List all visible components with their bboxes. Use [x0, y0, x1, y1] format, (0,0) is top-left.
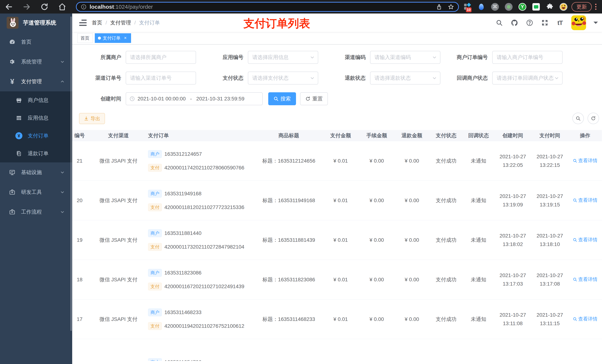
export-button[interactable]: 导出: [79, 113, 105, 124]
view-detail-link[interactable]: 查看详情: [573, 237, 598, 243]
app-logo[interactable]: 芋道管理系统: [0, 13, 72, 32]
sidebar-item-app-info[interactable]: 应用信息: [0, 109, 72, 127]
channel-order-no-input[interactable]: [130, 75, 192, 81]
pay-status: 支付成功: [430, 316, 463, 323]
grid-icon: [15, 114, 22, 122]
pay-order-no: 4200001167202110271022491439: [164, 283, 244, 290]
view-detail-link[interactable]: 查看详情: [573, 276, 598, 283]
browser-forward-icon[interactable]: [22, 3, 31, 11]
tag-home[interactable]: 首页: [77, 33, 93, 43]
notify-status-select[interactable]: 请选择订单回调商户状态: [492, 72, 563, 84]
search-icon: [573, 277, 577, 282]
view-detail-link[interactable]: 查看详情: [573, 316, 598, 322]
browser-reload-icon[interactable]: [40, 3, 49, 11]
extension-grey-circle-icon[interactable]: [505, 3, 513, 11]
sidebar-collapse-icon[interactable]: [79, 20, 87, 26]
monitor-chart-icon: [9, 169, 16, 176]
view-detail-link[interactable]: 查看详情: [573, 157, 598, 164]
profile-emoji-icon[interactable]: [559, 3, 568, 11]
reset-button[interactable]: 重置: [300, 92, 328, 105]
view-detail-link[interactable]: 查看详情: [573, 197, 598, 203]
notify-status: 未通知: [463, 197, 494, 204]
gear-icon: [9, 58, 16, 65]
pay-tag: 支付: [148, 243, 162, 251]
sidebar-item-infrastructure[interactable]: 基础设施: [0, 162, 72, 182]
search-button[interactable]: 搜索: [268, 92, 296, 105]
user-avatar[interactable]: [571, 15, 586, 30]
date-end: 2021-10-31 23:59:59: [196, 96, 244, 102]
pay-status: 支付成功: [430, 157, 463, 165]
tag-pay-order[interactable]: 支付订单 ×: [95, 33, 131, 43]
sidebar: 芋道管理系统 首页 系统管理 ¥ 支付管理: [0, 13, 72, 364]
extensions-puzzle-icon[interactable]: [546, 3, 554, 11]
breadcrumb-payment[interactable]: 支付管理: [110, 19, 131, 26]
merchant-tag: 商户: [148, 229, 162, 237]
sidebar-item-system[interactable]: 系统管理: [0, 52, 72, 72]
sidebar-item-refund-order[interactable]: 退款订单: [0, 145, 72, 162]
browser-back-icon[interactable]: [5, 3, 13, 11]
app-title: 芋道管理系统: [23, 19, 56, 27]
sidebar-item-payment[interactable]: ¥ 支付管理: [0, 72, 72, 91]
pay-status: 支付成功: [430, 276, 463, 283]
field-channel-code: 渠道编码 请输入渠道编码: [326, 51, 448, 64]
sidebar-item-pay-order[interactable]: ¥ 支付订单: [0, 127, 72, 145]
share-icon[interactable]: [436, 4, 442, 10]
toggle-search-button[interactable]: [572, 113, 584, 124]
table-toolbar: 导出: [72, 113, 602, 124]
logo-rabbit-avatar: [7, 17, 19, 29]
dashboard-icon: [9, 38, 16, 46]
help-icon[interactable]: [526, 19, 534, 27]
avatar-caret-icon[interactable]: [593, 22, 598, 26]
refund-status-select[interactable]: 请选择退款状态: [370, 72, 441, 84]
extension-balloon-icon[interactable]: [477, 3, 485, 11]
breadcrumb-home[interactable]: 首页: [92, 19, 102, 26]
table-row: 19 微信 JSAPI 支付 商户1635311881440 支付4200001…: [72, 220, 602, 260]
pay-status-select[interactable]: 请选择支付状态: [248, 72, 318, 84]
site-info-icon[interactable]: [81, 4, 87, 10]
main-area: 首页 / 支付管理 / 支付订单 支付订单列表 tT: [72, 13, 602, 364]
merchant-order-no-input[interactable]: [497, 54, 558, 60]
font-size-icon[interactable]: tT: [556, 19, 564, 27]
merchant-tag: 商户: [148, 358, 162, 361]
sidebar-item-merchant-info[interactable]: 商户信息: [0, 91, 72, 109]
refresh-table-button[interactable]: [588, 113, 599, 124]
merchant-order-no: 1635311949168: [164, 191, 201, 197]
extension-chat-icon[interactable]: [532, 3, 540, 11]
tags-view-bar: 首页 支付订单 ×: [72, 32, 602, 44]
bookmark-star-icon[interactable]: [448, 4, 454, 10]
app-select[interactable]: 请选择应用信息: [248, 51, 318, 64]
extension-blue-diamond-icon[interactable]: 10: [463, 3, 472, 11]
browser-update-button[interactable]: 更新: [571, 2, 592, 12]
extension-command-icon[interactable]: ⌘: [491, 3, 499, 11]
browser-menu-icon[interactable]: [595, 4, 596, 10]
search-icon[interactable]: [495, 19, 503, 27]
pay-status: 支付成功: [430, 237, 463, 244]
navbar-actions: tT: [495, 13, 598, 32]
tag-close-icon[interactable]: ×: [123, 35, 128, 41]
fullscreen-icon[interactable]: [541, 19, 549, 27]
sidebar-item-workflow[interactable]: 工作流程: [0, 202, 72, 222]
merchant-input[interactable]: [130, 54, 192, 60]
merchant-order-no: 1635311823086: [164, 270, 201, 276]
extension-y-icon[interactable]: Y: [518, 3, 527, 11]
github-icon[interactable]: [511, 19, 518, 27]
active-dot: [98, 37, 101, 40]
breadcrumb: 首页 / 支付管理 / 支付订单: [92, 19, 160, 26]
sidebar-scrollbar[interactable]: [70, 16, 72, 331]
search-icon: [573, 238, 577, 242]
merchant-order-no: 1635311881440: [164, 230, 201, 236]
date-start: 2021-10-01 00:00:00: [138, 96, 186, 102]
notify-status: 未通知: [463, 276, 494, 283]
sidebar-item-dev-tools[interactable]: 研发工具: [0, 182, 72, 202]
sidebar-item-home[interactable]: 首页: [0, 32, 72, 52]
browser-home-icon[interactable]: [58, 3, 66, 11]
notify-status: 未通知: [463, 157, 494, 165]
field-channel-order-no: 渠道订单号: [81, 72, 204, 84]
filter-form: 所属商户 应用编号 请选择应用信息 渠道编码 请输入渠道编码 商户订单编号: [72, 44, 602, 105]
chevron-up-icon: [60, 79, 65, 84]
date-range-picker[interactable]: 2021-10-01 00:00:00 - 2021-10-31 23:59:5…: [126, 92, 263, 105]
channel-code-select[interactable]: 请输入渠道编码: [370, 51, 441, 64]
address-bar[interactable]: localhost:1024/pay/order: [76, 2, 459, 12]
browser-toolbar: localhost:1024/pay/order 10 ⌘ Y 更新: [0, 0, 602, 13]
merchant-order-no: 1635311954706: [164, 359, 201, 361]
